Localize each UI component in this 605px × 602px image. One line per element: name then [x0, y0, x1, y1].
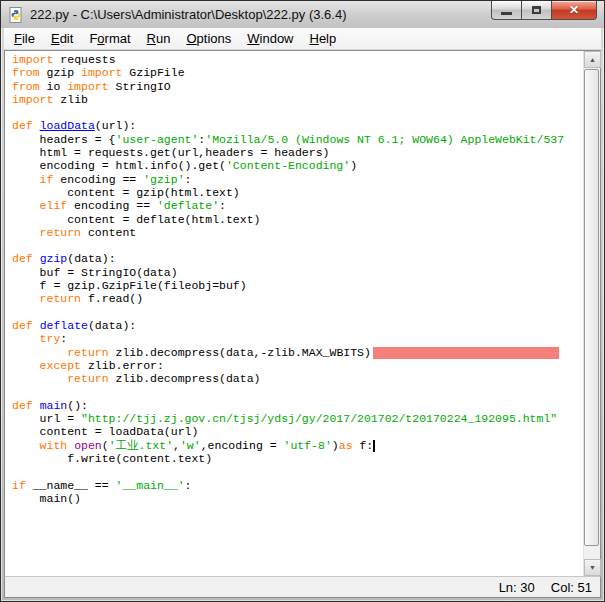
code-token: import: [12, 93, 53, 106]
code-token: import: [12, 53, 53, 66]
code-token: (data):: [67, 252, 115, 265]
scroll-down-icon: ▼: [589, 564, 596, 571]
code-token: encoding ==: [53, 173, 143, 186]
code-line: if encoding == 'gzip':: [12, 173, 583, 186]
code-token: as: [339, 439, 353, 452]
code-token: with: [40, 439, 68, 452]
code-token: deflate: [40, 319, 88, 332]
code-token: [12, 439, 40, 452]
code-line: [12, 465, 583, 478]
code-token: zlib.error:: [81, 359, 164, 372]
code-token: zlib.decompress(data,-zlib.MAX_WBITS): [109, 346, 371, 359]
scroll-down-button[interactable]: ▼: [584, 559, 601, 576]
code-token: def: [12, 119, 33, 132]
code-token: main(): [12, 492, 81, 505]
code-token: content = loadData(url): [12, 425, 198, 438]
code-token: f.write(content.text): [12, 452, 212, 465]
code-token: return: [40, 226, 81, 239]
code-token: import: [81, 66, 122, 79]
scrollbar-thumb[interactable]: [584, 69, 599, 546]
code-token: elif: [40, 199, 68, 212]
menu-help[interactable]: Help: [302, 29, 345, 48]
code-line: return content: [12, 226, 583, 239]
code-token: except: [40, 359, 81, 372]
code-line: main(): [12, 492, 583, 505]
code-token: from: [12, 80, 40, 93]
code-token: [12, 372, 67, 385]
code-line: try:: [12, 332, 583, 345]
code-line: from gzip import GzipFile: [12, 66, 583, 79]
code-line: [12, 106, 583, 119]
close-button[interactable]: ✕: [552, 1, 597, 20]
code-token: 'Content-Encoding': [226, 159, 350, 172]
titlebar[interactable]: 222.py - C:\Users\Administrator\Desktop\…: [1, 1, 604, 28]
code-token: :: [219, 199, 226, 212]
code-line: [12, 239, 583, 252]
menu-format[interactable]: Format: [81, 29, 138, 48]
code-line: content = gzip(html.text): [12, 186, 583, 199]
code-token: f.read(): [81, 292, 143, 305]
code-line: elif encoding == 'deflate':: [12, 199, 583, 212]
code-token: [12, 173, 40, 186]
code-line: [12, 385, 583, 398]
code-token: try: [40, 332, 61, 345]
code-line: f.write(content.text): [12, 452, 583, 465]
code-token: [33, 119, 40, 132]
code-line: return zlib.decompress(data): [12, 372, 583, 385]
status-column-number: Col: 51: [551, 580, 592, 595]
code-token: [12, 332, 40, 345]
code-editor[interactable]: import requestsfrom gzip import GzipFile…: [5, 51, 583, 576]
menu-file[interactable]: File: [6, 29, 43, 48]
maximize-button[interactable]: [522, 1, 552, 20]
code-token: content = gzip(html.text): [12, 186, 240, 199]
code-token: gzip: [40, 66, 81, 79]
code-token: f:: [353, 439, 374, 452]
code-token: ():: [67, 399, 88, 412]
code-line: return f.read(): [12, 292, 583, 305]
code-line: def loadData(url):: [12, 119, 583, 132]
menu-run[interactable]: Run: [139, 29, 179, 48]
code-line: buf = StringIO(data): [12, 266, 583, 279]
window-frame-bottom: [1, 598, 604, 601]
vertical-scrollbar[interactable]: ▲ ▼: [583, 51, 600, 576]
code-line: url = "http://tjj.zj.gov.cn/tjsj/ydsj/gy…: [12, 412, 583, 425]
error-highlight: [373, 347, 559, 359]
code-token: [12, 346, 67, 359]
code-line: import zlib: [12, 93, 583, 106]
code-token: html = requests.get(url,headers = header…: [12, 146, 329, 159]
close-icon: ✕: [569, 4, 579, 16]
minimize-button[interactable]: [491, 1, 522, 20]
menubar: FileEditFormatRunOptionsWindowHelp: [4, 28, 601, 50]
code-token: :: [185, 173, 192, 186]
python-file-icon: [8, 7, 24, 23]
code-token: f = gzip.GzipFile(fileobj=buf): [12, 279, 247, 292]
code-token: from: [12, 66, 40, 79]
code-token: 'w': [180, 439, 201, 452]
code-token: return: [67, 346, 108, 359]
code-token: [12, 292, 40, 305]
minimize-icon: [501, 12, 512, 15]
code-token: main: [40, 399, 68, 412]
code-token: [33, 399, 40, 412]
code-token: 'user-agent': [116, 133, 199, 146]
code-token: content = deflate(html.text): [12, 213, 260, 226]
code-token: GzipFile: [122, 66, 184, 79]
code-token: url =: [12, 412, 81, 425]
status-line-number: Ln: 30: [499, 580, 535, 595]
code-token: def: [12, 252, 33, 265]
code-token: (: [102, 439, 109, 452]
window-controls: ✕: [491, 1, 597, 20]
menu-window[interactable]: Window: [239, 29, 301, 48]
code-token: StringIO: [109, 80, 171, 93]
code-token: import: [67, 80, 108, 93]
menu-edit[interactable]: Edit: [43, 29, 81, 48]
code-token: open: [74, 439, 102, 452]
code-line: headers = {'user-agent':'Mozilla/5.0 (Wi…: [12, 133, 583, 146]
code-token: encoding = html.info().get(: [12, 159, 226, 172]
maximize-icon: [532, 6, 541, 14]
code-token: ,: [173, 439, 180, 452]
scroll-up-button[interactable]: ▲: [584, 51, 601, 68]
code-token: 'Mozilla/5.0 (Windows NT 6.1; WOW64) App…: [205, 133, 564, 146]
code-token: [33, 319, 40, 332]
menu-options[interactable]: Options: [178, 29, 239, 48]
